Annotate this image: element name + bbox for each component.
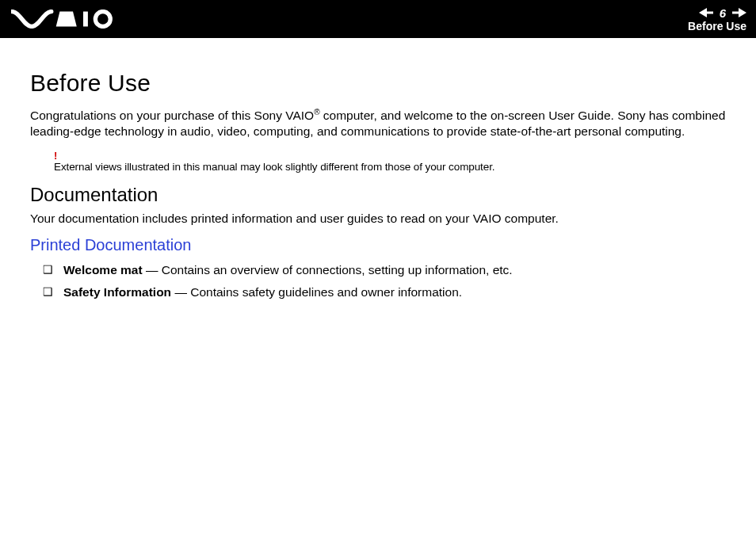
warning-icon: ! <box>54 151 726 161</box>
printed-documentation-heading: Printed Documentation <box>30 236 726 254</box>
section-label: Before Use <box>688 21 746 32</box>
prev-page-arrow-icon[interactable] <box>699 8 713 17</box>
svg-marker-2 <box>699 8 707 17</box>
page-content: Before Use Congratulations on your purch… <box>0 38 756 303</box>
svg-marker-5 <box>739 8 746 17</box>
page-root: 6 Before Use Before Use Congratulations … <box>0 0 756 534</box>
next-page-arrow-icon[interactable] <box>732 8 746 17</box>
documentation-intro: Your documentation includes printed info… <box>30 211 726 227</box>
list-item-title: Welcome mat <box>63 263 143 277</box>
svg-rect-3 <box>706 12 713 14</box>
list-item-title: Safety Information <box>63 285 171 299</box>
page-header: 6 Before Use <box>0 0 756 38</box>
intro-pre: Congratulations on your purchase of this… <box>30 109 314 122</box>
page-title: Before Use <box>30 70 726 97</box>
svg-rect-4 <box>732 12 739 14</box>
documentation-list: Welcome mat — Contains an overview of co… <box>30 261 726 303</box>
list-item-desc: — Contains an overview of connections, s… <box>143 263 513 277</box>
intro-paragraph: Congratulations on your purchase of this… <box>30 108 726 139</box>
svg-point-1 <box>95 12 110 27</box>
page-nav: 6 <box>699 7 746 19</box>
page-number: 6 <box>720 7 726 19</box>
header-right: 6 Before Use <box>688 7 746 32</box>
registered-mark: ® <box>314 108 319 116</box>
svg-rect-0 <box>83 12 88 27</box>
note-text: External views illustrated in this manua… <box>54 161 726 173</box>
note-block: ! External views illustrated in this man… <box>54 151 726 173</box>
list-item: Welcome mat — Contains an overview of co… <box>51 261 726 280</box>
list-item: Safety Information — Contains safety gui… <box>51 283 726 303</box>
list-item-desc: — Contains safety guidelines and owner i… <box>171 285 462 299</box>
documentation-heading: Documentation <box>30 184 726 206</box>
vaio-logo <box>11 10 114 29</box>
